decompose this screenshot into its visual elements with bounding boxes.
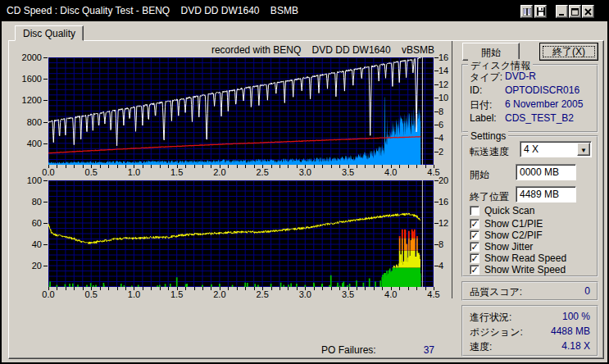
po-failures-value: 37 [424, 344, 434, 356]
show-c1-pie-checkbox[interactable]: ✓ [470, 219, 479, 229]
disc-label-label: Label: [470, 112, 497, 124]
end-position-value: 4489 MB [520, 189, 559, 200]
speed-value: 4 X [524, 143, 539, 155]
show-read-speed-label: Show Read Speed [484, 253, 566, 264]
chart-area-border [452, 41, 452, 298]
book-icon-button[interactable] [520, 5, 533, 18]
disc-info-groupbox: ディスク情報 タイプ:DVD-R ID:OPTODISCR016 日付:6 No… [461, 64, 598, 133]
close-button[interactable] [582, 5, 594, 18]
pie-speed-chart [48, 57, 434, 165]
show-c1-pie-label: Show C1/PIE [484, 218, 543, 230]
end-position-label: 終了位置 [470, 190, 509, 204]
maximize-button[interactable] [569, 5, 581, 18]
po-failures-label: PO Failures: [321, 344, 376, 356]
window-title: CD Speed : Disc Quality Test - BENQ DVD … [7, 5, 298, 16]
speed-status-label: 速度: [470, 340, 492, 354]
jitter-pif-chart [48, 180, 434, 287]
end-position-input[interactable]: 4489 MB [516, 186, 576, 202]
show-c2-pif-checkbox[interactable]: ✓ [470, 230, 479, 240]
start-position-label: 開始 [470, 168, 489, 182]
close-icon [584, 8, 592, 16]
quality-score-label: 品質スコア: [470, 285, 522, 299]
start-position-value: 0000 MB [520, 166, 559, 178]
quick-scan-checkbox[interactable] [470, 206, 479, 216]
settings-title: Settings [468, 130, 508, 142]
settings-groupbox: Settings 転送速度 4 X ▼ 開始 0000 MB 終了位置 4489… [461, 135, 598, 277]
quality-score-value: 0 [584, 285, 590, 297]
position-label: ポジション: [470, 325, 523, 339]
progress-value: 100 % [562, 311, 590, 322]
save-icon [537, 7, 545, 16]
save-button[interactable] [534, 5, 547, 18]
titlebar[interactable]: CD Speed : Disc Quality Test - BENQ DVD … [2, 2, 607, 21]
disc-id-label: ID: [470, 84, 482, 96]
speed-combobox[interactable]: 4 X ▼ [520, 141, 592, 157]
maximize-icon [571, 8, 579, 16]
minimize-button[interactable] [556, 5, 568, 18]
disc-type-label: タイプ: [470, 71, 502, 84]
disc-type-value: DVD-R [505, 71, 536, 82]
position-value: 4488 MB [551, 325, 590, 337]
app-window: CD Speed : Disc Quality Test - BENQ DVD … [0, 0, 609, 364]
book-icon [523, 8, 531, 16]
disc-date-value: 6 November 2005 [505, 98, 583, 110]
start-position-input[interactable]: 0000 MB [516, 164, 576, 180]
recorded-with-text: recorded with BENQ DVD DD DW1640 vBSMB [166, 44, 434, 56]
disc-label-value: CDS_TEST_B2 [505, 112, 574, 124]
minimize-icon [558, 8, 566, 16]
disc-id-value: OPTODISCR016 [505, 84, 579, 96]
disc-date-label: 日付: [470, 98, 492, 112]
show-write-speed-checkbox[interactable]: ✓ [470, 265, 479, 275]
quick-scan-label: Quick Scan [484, 205, 534, 216]
show-write-speed-label: Show Write Speed [484, 264, 566, 275]
exit-button[interactable]: 終了(X) [539, 43, 598, 61]
show-jitter-checkbox[interactable]: ✓ [470, 242, 479, 252]
show-jitter-label: Show Jitter [484, 241, 533, 253]
progress-box: 進行状況:100 % ポジション:4488 MB 速度:4.18 X [461, 305, 598, 357]
speed-label: 転送速度 [470, 145, 509, 159]
show-c2-pif-label: Show C2/PIF [484, 230, 543, 241]
start-button-label: 開始 [481, 47, 501, 58]
quality-score-box: 品質スコア:0 [461, 281, 598, 301]
tab-disc-quality[interactable]: Disc Quality [15, 25, 84, 41]
focus-rect [543, 46, 595, 57]
progress-label: 進行状況: [470, 311, 511, 325]
start-button[interactable]: 開始 [462, 43, 520, 61]
chevron-down-icon[interactable]: ▼ [577, 143, 590, 156]
tab-label: Disc Quality [23, 28, 75, 39]
speed-status-value: 4.18 X [561, 340, 590, 352]
show-read-speed-checkbox[interactable]: ✓ [470, 253, 479, 263]
